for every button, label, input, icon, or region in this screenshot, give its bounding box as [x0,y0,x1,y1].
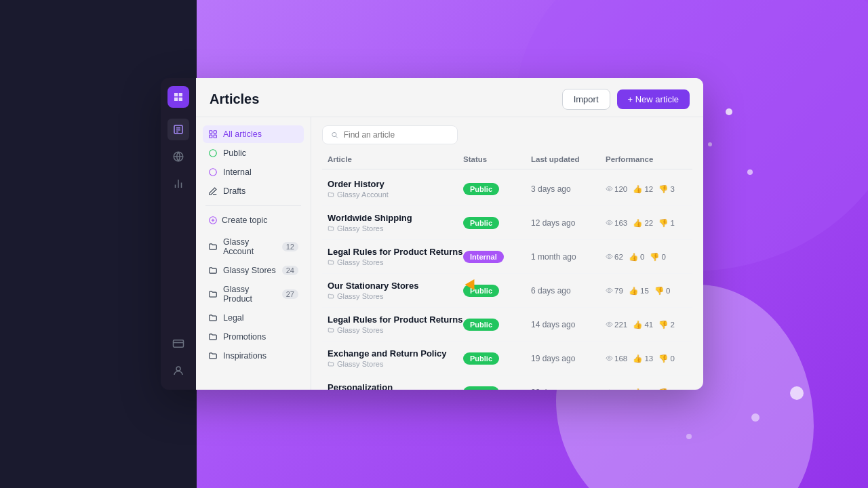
folder-icon [328,293,334,300]
table-row[interactable]: Our Stationary Stores Glassy Stores Publ… [322,274,692,308]
eye-icon [606,321,613,328]
user-nav-icon[interactable] [167,360,189,382]
nav-folder-count: 12 [282,242,298,251]
table-row[interactable]: Worldwide Shipping Glassy Stores Public … [322,206,692,240]
eye-icon [606,253,613,260]
article-title: Order History [328,179,463,189]
nav-folder-label: Promotions [223,332,266,342]
search-bar[interactable] [322,125,458,144]
svg-point-16 [210,150,217,157]
article-last-updated: 1 month ago [531,252,606,262]
svg-rect-13 [214,131,216,134]
article-performance: 163 👍 22 👎 1 [606,218,687,228]
article-title: Legal Rules for Product Returns [328,314,463,325]
nav-folder-label: Glassy Product [223,285,277,304]
eye-icon [606,388,613,390]
nav-folder-item[interactable]: Glassy Stores 24 [203,262,304,279]
status-badge: Public [463,352,499,365]
table-row[interactable]: Legal Rules for Product Returns Glassy S… [322,308,692,342]
app-container: Articles Import + New article All articl… [161,78,703,390]
article-status: Public [463,284,531,297]
icon-sidebar [161,78,196,390]
views-count: 62 [606,252,623,262]
article-info: Legal Rules for Product Returns Glassy S… [328,314,463,334]
thumbs-down-count: 👎 2 [658,320,675,329]
article-info: Order History Glassy Account [328,179,463,199]
article-folder: Glassy Account [328,190,463,199]
nav-folder-label: Inspirations [223,351,267,361]
table-row[interactable]: Personalization Glassy Stores Public 22 … [322,375,692,390]
status-badge: Internal [463,251,504,263]
svg-rect-12 [210,131,212,134]
svg-rect-14 [210,135,212,138]
page-title: Articles [210,92,259,107]
thumbs-down-count: 👎 0 [658,354,675,363]
nav-folder-item[interactable]: Legal [203,309,304,327]
svg-point-28 [608,357,610,359]
article-last-updated: 19 days ago [531,354,606,363]
article-folder: Glassy Stores [328,292,463,300]
thumbs-down-count: 👎 1 [658,388,675,390]
views-count: 221 [606,320,627,329]
article-status: Public [463,386,531,390]
thumbs-down-count: 👎 1 [658,218,675,228]
article-title: Worldwide Shipping [328,213,463,223]
chart-nav-icon[interactable] [167,173,189,195]
import-button[interactable]: Import [562,89,610,110]
table-row[interactable]: Order History Glassy Account Public 3 da… [322,172,692,206]
content-area: All articles Public Internal [196,117,703,390]
svg-point-25 [608,256,610,258]
nav-folder-count: 27 [282,289,298,299]
article-performance: 325 👍 18 👎 1 [606,388,687,390]
col-status: Status [463,155,531,163]
article-last-updated: 22 days ago [531,388,606,390]
svg-point-27 [608,323,610,325]
thumbs-up-count: 👍 12 [633,184,653,194]
eye-icon [606,287,613,294]
card-nav-icon[interactable] [167,333,189,354]
table-row[interactable]: Legal Rules for Product Returns Glassy S… [322,240,692,274]
status-badge: Public [463,319,499,331]
nav-all-articles-label: All articles [223,129,262,139]
article-rows: Order History Glassy Account Public 3 da… [322,172,692,390]
article-last-updated: 6 days ago [531,286,606,296]
search-input[interactable] [344,130,449,140]
eye-icon [606,219,613,226]
thumbs-down-count: 👎 0 [650,252,666,262]
nav-all-articles[interactable]: All articles [203,125,304,143]
article-last-updated: 3 days ago [531,184,606,194]
article-status: Public [463,352,531,365]
article-info: Legal Rules for Product Returns Glassy S… [328,247,463,266]
nav-folder-item[interactable]: Glassy Product 27 [203,281,304,308]
nav-public[interactable]: Public [203,144,304,162]
articles-area: Article Status Last updated Performance … [311,117,703,390]
articles-nav-icon[interactable] [167,119,189,140]
views-count: 168 [606,354,627,363]
sidebar-bottom [167,333,189,382]
thumbs-down-count: 👎 0 [654,286,671,296]
folder-icon [328,191,334,198]
article-performance: 120 👍 12 👎 3 [606,184,687,194]
nav-folder-item[interactable]: Promotions [203,328,304,346]
thumbs-up-count: 👍 18 [633,388,653,390]
svg-point-17 [210,169,217,176]
views-count: 325 [606,388,627,390]
nav-drafts[interactable]: Drafts [203,182,304,200]
nav-folder-item[interactable]: Glassy Account 12 [203,233,304,260]
col-performance: Performance [606,155,687,163]
table-row[interactable]: Exchange and Return Policy Glassy Stores… [322,342,692,375]
new-article-button[interactable]: + New article [617,89,690,109]
article-title: Legal Rules for Product Returns [328,247,463,257]
nav-internal[interactable]: Internal [203,163,304,181]
thumbs-up-count: 👍 22 [633,218,653,228]
nav-create-topic[interactable]: Create topic [203,211,304,229]
thumbs-up-count: 👍 41 [633,320,653,329]
nav-folder-item[interactable]: Inspirations [203,347,304,365]
article-performance: 62 👍 0 👎 0 [606,252,687,262]
thumbs-up-count: 👍 0 [629,252,645,262]
globe-nav-icon[interactable] [167,146,189,167]
article-status: Public [463,216,531,229]
article-performance: 168 👍 13 👎 0 [606,354,687,363]
nav-divider [205,205,301,206]
article-info: Our Stationary Stores Glassy Stores [328,281,463,300]
